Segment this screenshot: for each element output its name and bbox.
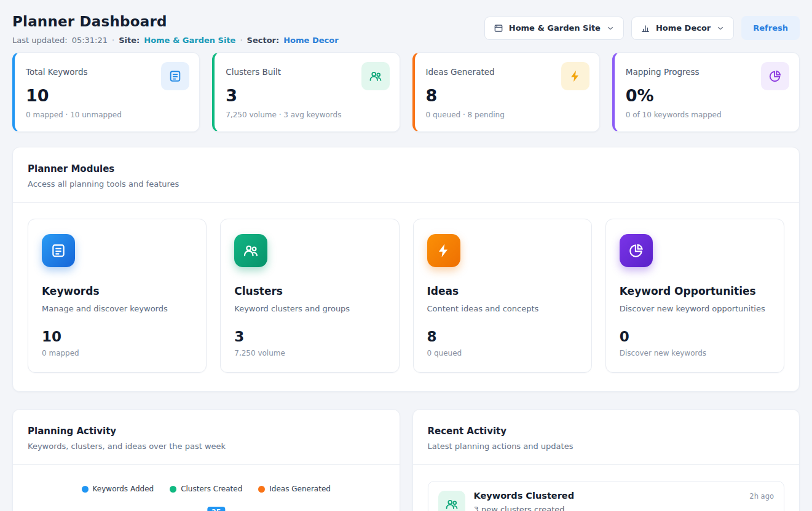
module-value: 8 xyxy=(427,329,578,345)
recent-activity-list: Keywords Clustered 3 new clusters create… xyxy=(413,465,800,511)
header: Planner Dashboard Last updated: 05:31:21… xyxy=(12,9,800,45)
sector-selector[interactable]: Home Decor xyxy=(631,17,734,40)
document-icon xyxy=(161,62,189,90)
stats-row: Total Keywords 10 0 mapped · 10 unmapped… xyxy=(12,52,800,132)
chart-plot-area: 25 24 xyxy=(50,501,390,511)
site-selector-label: Home & Garden Site xyxy=(509,23,601,33)
module-title: Keyword Opportunities xyxy=(620,285,770,297)
module-card-keywords[interactable]: Keywords Manage and discover keywords 10… xyxy=(28,219,207,373)
module-card-ideas[interactable]: Ideas Content ideas and concepts 8 0 que… xyxy=(413,219,592,373)
recent-activity-panel: Recent Activity Latest planning actions … xyxy=(412,409,800,511)
planner-modules-section: Planner Modules Access all planning tool… xyxy=(12,147,800,392)
meta-line: Last updated: 05:31:21 · Site: Home & Ga… xyxy=(12,36,339,45)
recent-activity-title: Recent Activity xyxy=(428,426,785,437)
module-sub: 0 mapped xyxy=(42,349,192,357)
stat-card-total-keywords: Total Keywords 10 0 mapped · 10 unmapped xyxy=(12,52,200,132)
module-value: 10 xyxy=(42,329,192,345)
separator: · xyxy=(240,36,242,45)
module-title: Clusters xyxy=(234,285,385,297)
pie-chart-icon xyxy=(761,62,789,90)
module-title: Ideas xyxy=(427,285,578,297)
modules-grid: Keywords Manage and discover keywords 10… xyxy=(13,203,799,391)
site-icon xyxy=(494,23,503,33)
bolt-icon xyxy=(427,234,460,267)
recent-activity-subtitle: Latest planning actions and updates xyxy=(428,442,785,451)
modules-title: Planner Modules xyxy=(28,163,784,174)
data-point-label: 25 xyxy=(207,507,225,511)
bar-chart-icon xyxy=(641,23,650,33)
legend-dot-blue xyxy=(82,486,89,493)
planner-dashboard-page: Planner Dashboard Last updated: 05:31:21… xyxy=(0,0,812,511)
module-sub: 0 queued xyxy=(427,349,578,357)
site-selector[interactable]: Home & Garden Site xyxy=(484,17,624,40)
users-icon xyxy=(438,491,465,511)
planning-activity-panel: Planning Activity Keywords, clusters, an… xyxy=(12,409,400,511)
module-title: Keywords xyxy=(42,285,192,297)
activity-line-chart: 25 25 24 xyxy=(13,501,400,511)
activity-item-title: Keywords Clustered xyxy=(474,491,741,501)
module-value: 0 xyxy=(620,329,770,345)
module-sub: 7,250 volume xyxy=(234,349,385,357)
stat-sub: 0 mapped · 10 unmapped xyxy=(26,111,188,119)
bolt-icon xyxy=(561,62,589,90)
modules-subtitle: Access all planning tools and features xyxy=(28,179,784,189)
sector-label: Sector: xyxy=(247,36,280,45)
recent-activity-header: Recent Activity Latest planning actions … xyxy=(413,410,800,464)
modules-header: Planner Modules Access all planning tool… xyxy=(13,147,799,202)
module-description: Manage and discover keywords xyxy=(42,304,192,313)
document-icon xyxy=(42,234,75,267)
module-card-clusters[interactable]: Clusters Keyword clusters and groups 3 7… xyxy=(220,219,399,373)
stat-sub: 7,250 volume · 3 avg keywords xyxy=(226,111,388,119)
stat-card-clusters-built: Clusters Built 3 7,250 volume · 3 avg ke… xyxy=(212,52,400,132)
legend-label: Ideas Generated xyxy=(269,485,331,493)
bottom-row: Planning Activity Keywords, clusters, an… xyxy=(12,409,800,511)
site-label: Site: xyxy=(119,36,140,45)
stat-card-ideas-generated: Ideas Generated 8 0 queued · 8 pending xyxy=(412,52,600,132)
stat-sub: 0 queued · 8 pending xyxy=(426,111,588,119)
activity-item-body: Keywords Clustered 3 new clusters create… xyxy=(474,491,741,511)
module-value: 3 xyxy=(234,329,385,345)
legend-label: Clusters Created xyxy=(181,485,242,493)
module-card-keyword-opportunities[interactable]: Keyword Opportunities Discover new keywo… xyxy=(605,219,784,373)
page-title: Planner Dashboard xyxy=(12,14,339,29)
stat-sub: 0 of 10 keywords mapped xyxy=(626,111,788,119)
stat-card-mapping-progress: Mapping Progress 0% 0 of 10 keywords map… xyxy=(612,52,800,132)
sector-link[interactable]: Home Decor xyxy=(283,36,338,45)
header-left: Planner Dashboard Last updated: 05:31:21… xyxy=(12,9,339,45)
separator: · xyxy=(112,36,114,45)
planning-activity-title: Planning Activity xyxy=(28,426,385,437)
refresh-button[interactable]: Refresh xyxy=(741,16,800,40)
module-description: Discover new keyword opportunities xyxy=(620,304,770,313)
chevron-down-icon xyxy=(606,24,615,33)
chart-legend: Keywords Added Clusters Created Ideas Ge… xyxy=(13,465,400,493)
legend-item-clusters-created: Clusters Created xyxy=(170,485,242,493)
header-controls: Home & Garden Site Home Decor Refresh xyxy=(484,9,800,40)
activity-item-description: 3 new clusters created xyxy=(474,505,741,511)
legend-label: Keywords Added xyxy=(93,485,154,493)
pie-chart-icon xyxy=(620,234,653,267)
legend-dot-orange xyxy=(258,486,265,493)
users-icon xyxy=(361,62,390,90)
chevron-down-icon xyxy=(716,24,725,33)
planning-activity-subtitle: Keywords, clusters, and ideas over the p… xyxy=(28,442,385,451)
legend-item-ideas-generated: Ideas Generated xyxy=(258,485,331,493)
last-updated-label: Last updated: xyxy=(12,36,68,45)
module-description: Keyword clusters and groups xyxy=(234,304,385,313)
module-description: Content ideas and concepts xyxy=(427,304,578,313)
activity-item-time: 2h ago xyxy=(749,491,774,501)
activity-list-item[interactable]: Keywords Clustered 3 new clusters create… xyxy=(428,481,785,511)
legend-dot-green xyxy=(170,486,176,493)
sector-selector-label: Home Decor xyxy=(656,23,711,33)
last-updated-value: 05:31:21 xyxy=(72,36,108,45)
planning-activity-header: Planning Activity Keywords, clusters, an… xyxy=(13,410,400,464)
users-icon xyxy=(234,234,267,267)
legend-item-keywords-added: Keywords Added xyxy=(82,485,154,493)
site-link[interactable]: Home & Garden Site xyxy=(144,36,235,45)
module-sub: Discover new keywords xyxy=(620,349,770,357)
